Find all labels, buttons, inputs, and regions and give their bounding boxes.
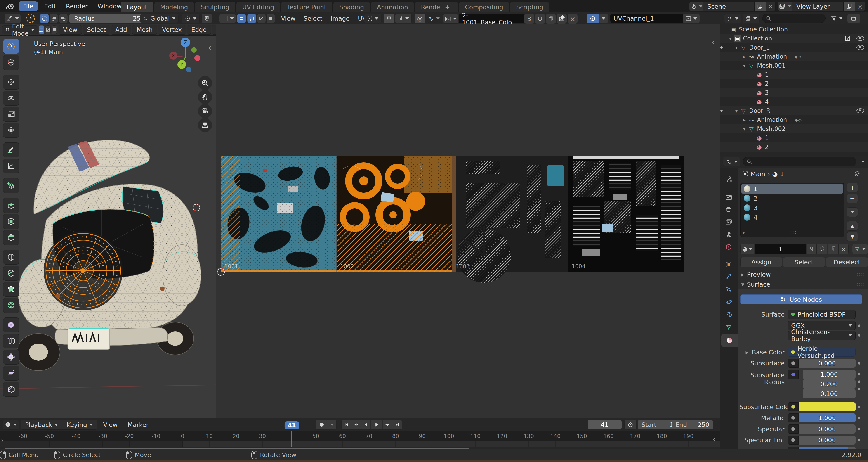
scene-copy-icon[interactable] (754, 2, 766, 11)
animate-dot[interactable] (858, 334, 860, 337)
playhead-line[interactable] (291, 431, 292, 447)
animate-dot[interactable] (858, 439, 860, 441)
tool-shrink-fatten[interactable] (3, 349, 19, 365)
tab-output[interactable] (721, 203, 736, 216)
udim-tile-1001[interactable]: 1001 (221, 156, 337, 272)
specular-tint-slider[interactable]: 0.000 (799, 435, 856, 444)
tab-particles[interactable] (721, 283, 736, 296)
visibility-eye-icon[interactable] (857, 45, 864, 50)
select-button[interactable]: Select (783, 257, 825, 267)
uv-map-icon[interactable] (587, 14, 599, 23)
mode-dropdown[interactable]: Edit Mode (2, 25, 38, 34)
uv-canvas[interactable]: 1001 1002 (216, 24, 720, 418)
select-mode-set[interactable] (40, 14, 49, 23)
outliner-row[interactable]: 2 ◆◇ ☑ (720, 143, 868, 152)
workspace-tab[interactable]: UV Editing (237, 2, 280, 12)
subsurface-radius-field[interactable]: 0.200 (803, 379, 856, 389)
playback-menu[interactable]: Playback (21, 420, 62, 429)
base-color-texture-field[interactable]: Herbie Versuch.psd (788, 347, 856, 357)
viewport-perspective-toggle-button[interactable] (198, 118, 212, 132)
animate-dot[interactable] (858, 388, 860, 390)
outliner-row[interactable]: ▾ Door_R ◆◇ ☑ (720, 106, 868, 115)
select-menu[interactable]: Select (83, 25, 110, 35)
outliner-item-label[interactable]: Animation (757, 117, 787, 123)
tab-modifiers[interactable] (721, 271, 736, 284)
workspace-tab[interactable]: Animation (371, 2, 414, 12)
material-slot-row[interactable]: 3 (741, 203, 843, 213)
mesh-vertex-mode[interactable] (39, 25, 44, 34)
image-browse-icon[interactable] (443, 14, 458, 24)
uv-map-dropdown[interactable] (599, 14, 608, 23)
timeline-view-menu[interactable]: View (99, 421, 122, 428)
frame-start-field[interactable]: Start1 (638, 420, 677, 429)
properties-search-input[interactable] (743, 157, 856, 166)
tool-measure[interactable] (3, 158, 19, 174)
subsurface-color-swatch[interactable] (799, 402, 856, 411)
scene-icon[interactable] (689, 2, 703, 11)
visibility-eye-icon[interactable] (857, 36, 864, 41)
outliner-item-label[interactable]: 1 (765, 71, 769, 78)
subsurface-color-socket[interactable] (788, 402, 799, 411)
outliner-display-mode-icon[interactable] (724, 14, 741, 23)
frame-end-field[interactable]: End250 (672, 420, 713, 429)
move-slot-down-button[interactable]: ▼ (847, 232, 858, 241)
subsurface-radius-socket[interactable] (788, 370, 799, 379)
remove-slot-button[interactable]: − (847, 193, 858, 203)
tool-select-circle[interactable] (3, 39, 19, 54)
current-frame-badge[interactable]: 41 (285, 421, 299, 429)
breadcrumb-object[interactable]: Main (751, 171, 765, 178)
material-name-field[interactable]: 1 (755, 244, 806, 254)
expand-arrow-icon[interactable]: ▾ (733, 108, 740, 114)
pin-icon[interactable] (558, 14, 565, 22)
tab-physics[interactable] (721, 296, 736, 309)
use-preview-range-clock-icon[interactable] (624, 420, 637, 430)
select-mode-extend[interactable] (49, 14, 58, 23)
menu-render[interactable]: Render (61, 0, 92, 12)
deselect-button[interactable]: Deselect (826, 257, 868, 267)
expand-arrow-icon[interactable]: ▾ (727, 36, 734, 41)
tab-object-data[interactable] (721, 321, 736, 334)
radius-field[interactable]: Radius25 (69, 14, 146, 23)
uv-menu-select[interactable]: Select (300, 15, 327, 22)
udim-tile-1002[interactable]: 1002 (337, 156, 452, 272)
uv-snap-magnet-icon[interactable] (383, 14, 395, 23)
image-name-field[interactable]: 2-1001_Base_Colo... (459, 14, 524, 23)
next-keyframe-button[interactable] (383, 420, 393, 429)
tool-rotate[interactable] (3, 91, 19, 105)
view-layer-copy-icon[interactable] (843, 2, 855, 11)
view-layer-name[interactable]: View Layer (792, 3, 843, 10)
slot-specials-dropdown[interactable] (847, 207, 858, 217)
material-copy-icon[interactable] (828, 244, 838, 254)
outliner-item-label[interactable]: Mesh.002 (757, 125, 785, 132)
material-slot-row[interactable]: 4 (741, 213, 843, 222)
mesh-edge-mode[interactable] (45, 25, 51, 34)
animate-dot[interactable] (858, 406, 860, 408)
image-unlink-icon[interactable]: × (567, 14, 578, 24)
vertex-menu[interactable]: Vertex (158, 25, 186, 35)
tool-loop-cut[interactable] (3, 250, 19, 265)
prev-frame-button[interactable] (361, 420, 371, 429)
new-collection-button[interactable] (847, 14, 860, 23)
viewport-scene[interactable] (0, 35, 216, 418)
proportional-edit-icon[interactable]: ◎ (414, 14, 426, 23)
metallic-socket[interactable] (788, 413, 799, 423)
timeline-editor-icon[interactable] (3, 420, 19, 430)
pin-icon[interactable] (854, 171, 860, 177)
outliner-row[interactable]: ▸ Animation ◆◇ ☑ (720, 52, 868, 61)
tool-poly-build[interactable] (3, 282, 19, 297)
keying-set-dropdown[interactable] (328, 420, 337, 430)
subsurface-socket[interactable] (788, 359, 799, 368)
viewport-sidebar-collapse-icon[interactable]: ‹ (208, 43, 212, 52)
breadcrumb-material[interactable]: 1 (780, 171, 784, 178)
workspace-tab[interactable]: Compositing (459, 2, 509, 12)
transform-orientation-dropdown[interactable]: Global (140, 14, 179, 23)
animate-dot[interactable] (858, 428, 860, 430)
view-layer-unlink-icon[interactable]: × (855, 2, 865, 11)
scene-name[interactable]: Scene (703, 3, 754, 10)
tool-scale[interactable] (3, 107, 19, 122)
scene-unlink-icon[interactable]: × (766, 2, 775, 11)
pivot-point-dropdown[interactable] (182, 14, 199, 23)
subsurface-method-dropdown[interactable]: Christensen-Burley (788, 331, 856, 340)
tab-world[interactable] (721, 240, 736, 253)
mesh-menu[interactable]: Mesh (132, 25, 157, 35)
